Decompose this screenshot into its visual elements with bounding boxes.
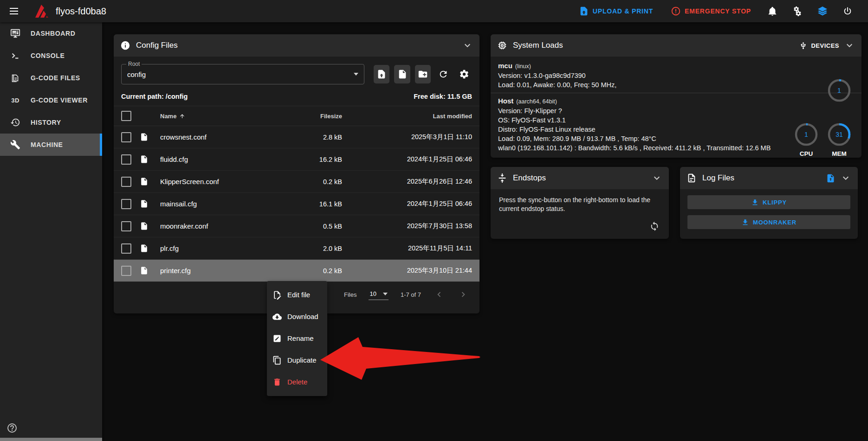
file-name: crowsnest.conf [160,133,282,141]
sidebar-item-gcode-files[interactable]: G-CODE FILES [0,67,102,89]
config-files-header[interactable]: Config Files [114,34,479,57]
row-checkbox[interactable] [121,177,131,187]
config-files-toolbar: Root config [114,57,479,89]
upload-print-button[interactable]: UPLOAD & PRINT [572,3,660,19]
table-row[interactable]: mainsail.cfg 16.1 kB 2024年1月25日 06:46 [114,193,479,215]
column-filesize[interactable]: Filesize [282,113,342,120]
sort-arrow-up-icon [179,113,185,119]
refresh-button[interactable] [435,65,451,83]
files-per-page-label: Files [344,291,356,298]
file-modified: 2025年7月30日 13:58 [342,222,472,230]
table-row[interactable]: moonraker.conf 0.5 kB 2025年7月30日 13:58 [114,215,479,237]
edit-file-icon [272,290,282,300]
endstop-icon [497,173,507,183]
context-menu-delete[interactable]: Delete [267,371,327,393]
download-klippy-log-button[interactable]: KLIPPY [687,195,850,209]
table-header: Name Filesize Last modified [114,106,479,126]
row-checkbox[interactable] [121,132,131,142]
root-select-value: config [127,70,146,78]
root-select[interactable]: Root config [121,64,364,84]
download-icon [751,198,759,206]
row-checkbox[interactable] [121,154,131,165]
mcu-version: Version: v1.3.0-ga98c9d7390 [498,71,854,80]
duplicate-copy-icon [272,356,282,365]
services-gears-icon[interactable] [787,1,808,21]
history-clock-icon [9,117,21,128]
chevron-down-icon [354,73,358,76]
panel-title: System Loads [513,41,563,50]
collapse-chevron-icon[interactable] [462,40,473,51]
panel-title: Config Files [136,41,178,50]
download-icon [741,218,749,226]
file-size: 0.2 kB [282,267,342,275]
file-modified: 2024年1月25日 06:46 [342,155,472,164]
collapse-chevron-icon[interactable] [840,173,851,184]
chevron-down-icon [383,293,388,295]
sync-icon[interactable] [647,218,662,234]
upload-file-button[interactable] [374,65,389,83]
table-row[interactable]: crowsnest.conf 2.8 kB 2025年3月1日 11:10 [114,126,479,148]
file-size: 0.2 kB [282,178,342,185]
power-icon[interactable] [837,1,858,21]
context-menu-edit-file[interactable]: Edit file [267,284,327,306]
file-icon [140,244,160,253]
menu-icon[interactable] [3,0,25,22]
column-name[interactable]: Name [160,113,282,120]
collapse-chevron-icon[interactable] [844,40,855,51]
mcu-arch: (linux) [515,63,531,70]
file-size: 16.1 kB [282,200,342,208]
sidebar-item-dashboard[interactable]: DASHBOARD [0,22,102,45]
column-last-modified[interactable]: Last modified [342,113,472,120]
app-root: flyos-fd0ba8 UPLOAD & PRINT EMERGENCY ST… [0,0,868,441]
emergency-stop-label: EMERGENCY STOP [685,7,751,15]
table-row[interactable]: KlipperScreen.conf 0.2 kB 2025年6月26日 12:… [114,171,479,193]
sidebar-item-history[interactable]: HISTORY [0,111,102,134]
table-row[interactable]: fluidd.cfg 16.2 kB 2024年1月25日 06:46 [114,148,479,171]
page-next-icon[interactable] [457,288,469,300]
file-name: mainsail.cfg [160,200,282,208]
file-icon [140,133,160,141]
create-file-button[interactable] [394,65,410,83]
brand-logo-icon [32,3,49,19]
mem-gauge-label: MEM [827,149,852,159]
page-previous-icon[interactable] [433,288,445,300]
table-row-selected[interactable]: printer.cfg 0.2 kB 2025年3月10日 21:44 [114,260,479,282]
sidebar-scrollbar[interactable] [0,438,102,441]
sidebar-item-label: MACHINE [31,141,63,148]
context-menu-duplicate[interactable]: Duplicate [267,349,327,371]
row-checkbox[interactable] [121,199,131,209]
layers-icon[interactable] [812,1,833,21]
sidebar-item-machine[interactable]: MACHINE [0,134,102,156]
table-row[interactable]: plr.cfg 2.0 kB 2025年11月5日 14:11 [114,237,479,260]
active-item-accent [100,134,102,156]
system-loads-body: mcu(linux) Version: v1.3.0-ga98c9d7390 L… [491,57,862,153]
file-upload-icon [579,6,589,16]
download-moonraker-log-button[interactable]: MOONRAKER [687,215,850,229]
file-size: 2.0 kB [282,245,342,252]
devices-button[interactable]: DEVICES [799,42,839,50]
section-divider [491,93,862,93]
path-row: Current path: /config Free disk: 11.5 GB [114,89,479,106]
select-all-checkbox[interactable] [121,111,131,121]
sidebar-item-console[interactable]: CONSOLE [0,45,102,67]
sidebar-item-gcode-viewer[interactable]: 3D G-CODE VIEWER [0,89,102,111]
file-refresh-icon[interactable] [826,173,836,183]
host-arch: (aarch64, 64bit) [516,98,557,105]
free-disk: Free disk: 11.5 GB [414,93,472,100]
row-checkbox[interactable] [121,221,131,231]
emergency-stop-button[interactable]: EMERGENCY STOP [664,3,758,19]
current-path: Current path: /config [121,93,188,100]
help-icon[interactable] [6,422,19,435]
context-menu-rename[interactable]: Rename [267,327,327,349]
mcu-name: mcu [498,62,512,70]
row-checkbox[interactable] [121,266,131,276]
row-checkbox[interactable] [121,243,131,254]
context-menu-download[interactable]: Download [267,306,327,327]
create-folder-button[interactable] [415,65,431,83]
root-select-label: Root [126,61,142,67]
collapse-chevron-icon[interactable] [651,173,662,184]
settings-button[interactable] [456,65,472,83]
file-modified: 2025年3月1日 11:10 [342,133,472,141]
notifications-bell-icon[interactable] [762,1,783,21]
per-page-select[interactable]: 10 [369,289,388,300]
